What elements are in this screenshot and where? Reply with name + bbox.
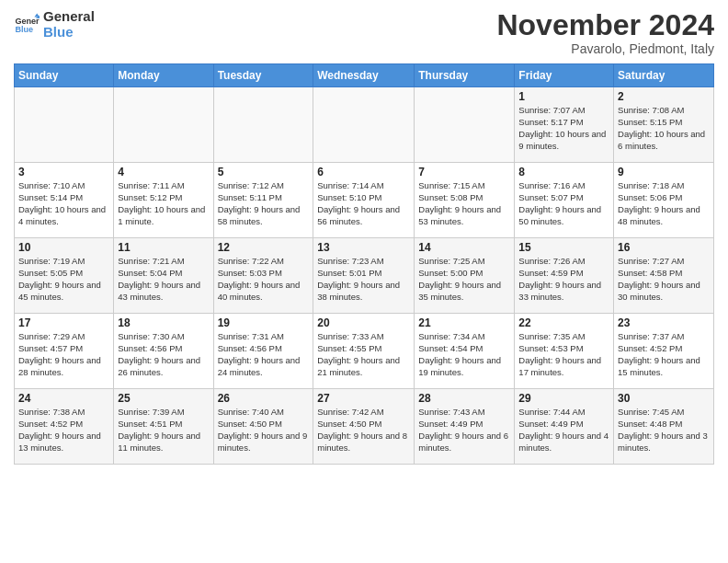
month-title: November 2024 [496, 9, 714, 41]
calendar-cell: 4Sunrise: 7:11 AM Sunset: 5:12 PM Daylig… [114, 163, 213, 238]
day-number: 12 [218, 241, 310, 254]
calendar-cell: 3Sunrise: 7:10 AM Sunset: 5:14 PM Daylig… [15, 163, 114, 238]
title-block: November 2024 Pavarolo, Piedmont, Italy [496, 9, 714, 56]
day-number: 6 [317, 166, 410, 178]
calendar-cell: 14Sunrise: 7:25 AM Sunset: 5:00 PM Dayli… [415, 238, 515, 314]
calendar-cell [114, 87, 213, 163]
day-info: Sunrise: 7:43 AM Sunset: 4:49 PM Dayligh… [418, 407, 510, 454]
calendar-cell: 24Sunrise: 7:38 AM Sunset: 4:52 PM Dayli… [15, 389, 114, 465]
col-friday: Friday [515, 64, 614, 87]
col-wednesday: Wednesday [313, 64, 415, 87]
day-number: 20 [317, 316, 410, 329]
day-info: Sunrise: 7:37 AM Sunset: 4:52 PM Dayligh… [618, 331, 710, 378]
day-number: 22 [518, 316, 609, 329]
day-number: 29 [518, 392, 609, 405]
day-info: Sunrise: 7:07 AM Sunset: 5:17 PM Dayligh… [518, 105, 609, 152]
calendar-row-2: 10Sunrise: 7:19 AM Sunset: 5:05 PM Dayli… [15, 238, 714, 314]
logo-text-blue: Blue [43, 25, 95, 40]
calendar-cell [213, 87, 313, 163]
calendar-cell: 17Sunrise: 7:29 AM Sunset: 4:57 PM Dayli… [15, 314, 114, 389]
day-number: 24 [18, 392, 109, 405]
day-number: 17 [18, 316, 109, 329]
calendar-cell [415, 87, 515, 163]
day-info: Sunrise: 7:12 AM Sunset: 5:11 PM Dayligh… [218, 180, 310, 227]
calendar-cell: 30Sunrise: 7:45 AM Sunset: 4:48 PM Dayli… [614, 389, 714, 465]
calendar-cell: 28Sunrise: 7:43 AM Sunset: 4:49 PM Dayli… [415, 389, 515, 465]
day-info: Sunrise: 7:15 AM Sunset: 5:08 PM Dayligh… [418, 180, 510, 227]
day-info: Sunrise: 7:29 AM Sunset: 4:57 PM Dayligh… [18, 331, 109, 378]
day-info: Sunrise: 7:21 AM Sunset: 5:04 PM Dayligh… [118, 256, 209, 303]
day-info: Sunrise: 7:25 AM Sunset: 5:00 PM Dayligh… [418, 256, 510, 303]
day-number: 18 [118, 316, 209, 329]
calendar-table: Sunday Monday Tuesday Wednesday Thursday… [14, 63, 714, 465]
day-info: Sunrise: 7:19 AM Sunset: 5:05 PM Dayligh… [18, 256, 109, 303]
day-number: 10 [18, 241, 109, 254]
day-number: 28 [418, 392, 510, 405]
calendar-cell: 10Sunrise: 7:19 AM Sunset: 5:05 PM Dayli… [15, 238, 114, 314]
calendar-cell: 11Sunrise: 7:21 AM Sunset: 5:04 PM Dayli… [114, 238, 213, 314]
day-info: Sunrise: 7:39 AM Sunset: 4:51 PM Dayligh… [118, 407, 209, 454]
day-number: 16 [618, 241, 710, 254]
day-info: Sunrise: 7:16 AM Sunset: 5:07 PM Dayligh… [518, 180, 609, 227]
day-number: 1 [518, 90, 609, 103]
day-info: Sunrise: 7:26 AM Sunset: 4:59 PM Dayligh… [518, 256, 609, 303]
day-info: Sunrise: 7:18 AM Sunset: 5:06 PM Dayligh… [618, 180, 710, 227]
calendar-cell: 19Sunrise: 7:31 AM Sunset: 4:56 PM Dayli… [213, 314, 313, 389]
calendar-cell [15, 87, 114, 163]
calendar-cell: 9Sunrise: 7:18 AM Sunset: 5:06 PM Daylig… [614, 163, 714, 238]
day-number: 19 [218, 316, 310, 329]
day-number: 11 [118, 241, 209, 254]
calendar-cell: 23Sunrise: 7:37 AM Sunset: 4:52 PM Dayli… [614, 314, 714, 389]
day-info: Sunrise: 7:27 AM Sunset: 4:58 PM Dayligh… [618, 256, 710, 303]
day-number: 4 [118, 166, 209, 178]
calendar-cell: 7Sunrise: 7:15 AM Sunset: 5:08 PM Daylig… [415, 163, 515, 238]
day-number: 9 [618, 166, 710, 178]
day-info: Sunrise: 7:30 AM Sunset: 4:56 PM Dayligh… [118, 331, 209, 378]
col-sunday: Sunday [15, 64, 114, 87]
calendar-cell: 18Sunrise: 7:30 AM Sunset: 4:56 PM Dayli… [114, 314, 213, 389]
col-tuesday: Tuesday [213, 64, 313, 87]
calendar-cell: 15Sunrise: 7:26 AM Sunset: 4:59 PM Dayli… [515, 238, 614, 314]
calendar-cell: 1Sunrise: 7:07 AM Sunset: 5:17 PM Daylig… [515, 87, 614, 163]
day-number: 5 [218, 166, 310, 178]
calendar-cell: 26Sunrise: 7:40 AM Sunset: 4:50 PM Dayli… [213, 389, 313, 465]
calendar-row-1: 3Sunrise: 7:10 AM Sunset: 5:14 PM Daylig… [15, 163, 714, 238]
calendar-cell: 13Sunrise: 7:23 AM Sunset: 5:01 PM Dayli… [313, 238, 415, 314]
day-info: Sunrise: 7:42 AM Sunset: 4:50 PM Dayligh… [317, 407, 410, 454]
calendar-cell: 5Sunrise: 7:12 AM Sunset: 5:11 PM Daylig… [213, 163, 313, 238]
day-number: 15 [518, 241, 609, 254]
calendar-cell: 21Sunrise: 7:34 AM Sunset: 4:54 PM Dayli… [415, 314, 515, 389]
day-info: Sunrise: 7:10 AM Sunset: 5:14 PM Dayligh… [18, 180, 109, 227]
calendar-cell: 2Sunrise: 7:08 AM Sunset: 5:15 PM Daylig… [614, 87, 714, 163]
logo-icon: General Blue [14, 12, 40, 38]
col-saturday: Saturday [614, 64, 714, 87]
day-number: 26 [218, 392, 310, 405]
day-number: 2 [618, 90, 710, 103]
calendar-cell [313, 87, 415, 163]
svg-text:General: General [15, 16, 40, 25]
day-number: 8 [518, 166, 609, 178]
calendar-cell: 16Sunrise: 7:27 AM Sunset: 4:58 PM Dayli… [614, 238, 714, 314]
calendar-cell: 6Sunrise: 7:14 AM Sunset: 5:10 PM Daylig… [313, 163, 415, 238]
day-info: Sunrise: 7:11 AM Sunset: 5:12 PM Dayligh… [118, 180, 209, 227]
logo: General Blue General Blue [14, 9, 95, 40]
calendar-row-0: 1Sunrise: 7:07 AM Sunset: 5:17 PM Daylig… [15, 87, 714, 163]
calendar-cell: 22Sunrise: 7:35 AM Sunset: 4:53 PM Dayli… [515, 314, 614, 389]
location-subtitle: Pavarolo, Piedmont, Italy [496, 41, 714, 56]
svg-text:Blue: Blue [15, 25, 33, 34]
day-info: Sunrise: 7:31 AM Sunset: 4:56 PM Dayligh… [218, 331, 310, 378]
day-number: 30 [618, 392, 710, 405]
day-number: 21 [418, 316, 510, 329]
day-info: Sunrise: 7:08 AM Sunset: 5:15 PM Dayligh… [618, 105, 710, 152]
page-container: General Blue General Blue November 2024 … [0, 0, 728, 474]
day-info: Sunrise: 7:33 AM Sunset: 4:55 PM Dayligh… [317, 331, 410, 378]
day-number: 23 [618, 316, 710, 329]
day-info: Sunrise: 7:45 AM Sunset: 4:48 PM Dayligh… [618, 407, 710, 454]
day-info: Sunrise: 7:23 AM Sunset: 5:01 PM Dayligh… [317, 256, 410, 303]
day-number: 13 [317, 241, 410, 254]
calendar-row-4: 24Sunrise: 7:38 AM Sunset: 4:52 PM Dayli… [15, 389, 714, 465]
calendar-cell: 20Sunrise: 7:33 AM Sunset: 4:55 PM Dayli… [313, 314, 415, 389]
col-monday: Monday [114, 64, 213, 87]
calendar-cell: 27Sunrise: 7:42 AM Sunset: 4:50 PM Dayli… [313, 389, 415, 465]
calendar-row-3: 17Sunrise: 7:29 AM Sunset: 4:57 PM Dayli… [15, 314, 714, 389]
